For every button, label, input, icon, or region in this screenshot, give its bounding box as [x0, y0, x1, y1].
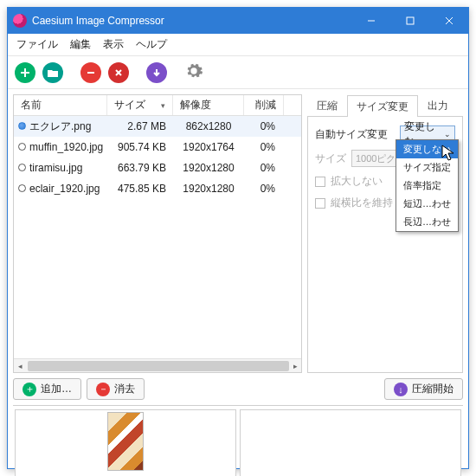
table-row[interactable]: エクレア.png2.67 MB862x12800%	[14, 116, 301, 137]
menu-help[interactable]: ヘルプ	[136, 37, 167, 52]
start-button[interactable]: ↓圧縮開始	[384, 378, 463, 400]
auto-resize-label: 自動サイズ変更	[315, 127, 388, 142]
settings-icon[interactable]	[184, 61, 203, 83]
app-window: Caesium Image Compressor ファイル 編集 表示 ヘルプ …	[7, 7, 469, 469]
titlebar: Caesium Image Compressor	[8, 8, 468, 34]
maximize-button[interactable]	[390, 8, 429, 34]
thumbnail-image	[107, 412, 144, 471]
col-reduction[interactable]: 削減	[244, 95, 284, 115]
menubar: ファイル 編集 表示 ヘルプ	[8, 34, 468, 56]
add-icon[interactable]	[15, 62, 35, 83]
app-icon	[13, 14, 27, 28]
add-button[interactable]: ＋追加…	[13, 378, 81, 400]
app-title: Caesium Image Compressor	[32, 15, 351, 27]
close-button[interactable]	[429, 8, 468, 34]
menu-file[interactable]: ファイル	[16, 37, 58, 52]
dropdown-option[interactable]: 倍率指定	[396, 177, 458, 195]
menu-edit[interactable]: 編集	[70, 37, 91, 52]
tab-compress[interactable]: 圧縮	[307, 94, 347, 116]
minimize-button[interactable]	[351, 8, 390, 34]
side-tabs: 圧縮 サイズ変更 出力	[307, 94, 463, 117]
menu-view[interactable]: 表示	[103, 37, 124, 52]
dropdown-option[interactable]: 長辺…わせ	[396, 213, 458, 231]
preview-compressed	[240, 409, 461, 476]
col-size[interactable]: サイズ▾	[107, 95, 173, 115]
remove-icon[interactable]	[80, 62, 101, 83]
clear-button[interactable]: －消去	[87, 378, 145, 400]
table-row[interactable]: eclair_1920.jpg475.85 KB1920x12800%	[14, 178, 301, 199]
tab-output[interactable]: 出力	[418, 94, 458, 116]
col-resolution[interactable]: 解像度	[173, 95, 244, 115]
action-bar: ＋追加… －消去 ↓圧縮開始	[8, 373, 468, 405]
size-label: サイズ	[315, 151, 346, 166]
file-table: 名前 サイズ▾ 解像度 削減 エクレア.png2.67 MB862x12800%…	[13, 94, 302, 373]
delete-icon[interactable]	[108, 62, 129, 83]
table-row[interactable]: muffin_1920.jpg905.74 KB1920x17640%	[14, 137, 301, 158]
no-enlarge-label: 拡大しない	[331, 174, 383, 189]
preview-original	[15, 409, 236, 476]
folder-icon[interactable]	[42, 62, 63, 83]
col-name[interactable]: 名前	[14, 95, 107, 115]
cursor-icon	[441, 145, 455, 162]
compress-icon[interactable]	[146, 62, 167, 83]
resize-panel: 自動サイズ変更 変更しな⌄ サイズ 拡大しない 縦横比を維持 変	[307, 117, 463, 373]
no-enlarge-checkbox[interactable]	[315, 177, 325, 187]
tab-resize[interactable]: サイズ変更	[347, 95, 418, 117]
table-header: 名前 サイズ▾ 解像度 削減	[14, 95, 301, 116]
keep-ratio-label: 縦横比を維持	[331, 196, 393, 210]
svg-rect-1	[407, 17, 414, 24]
keep-ratio-checkbox[interactable]	[315, 198, 325, 209]
toolbar	[8, 56, 468, 89]
preview-area	[13, 405, 463, 476]
dropdown-option[interactable]: 短辺…わせ	[396, 195, 458, 213]
horizontal-scrollbar[interactable]: ◂▸	[14, 358, 301, 372]
table-row[interactable]: tiramisu.jpg663.79 KB1920x12800%	[14, 158, 301, 178]
